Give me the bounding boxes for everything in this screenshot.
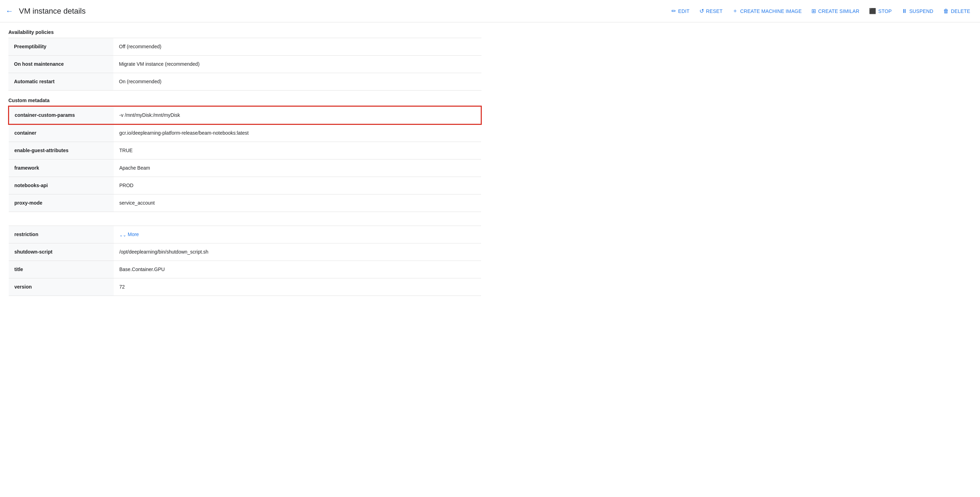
chevron-down-icon: ⌄⌄ [119,233,126,237]
table-row: PreemptibilityOff (recommended) [8,38,481,56]
toolbar-actions: ✏EDIT↺RESET＋CREATE MACHINE IMAGE⊞CREATE … [667,5,974,17]
row-value: Apache Beam [114,159,481,177]
create-machine-image-icon: ＋ [732,7,738,15]
edit-button[interactable]: ✏EDIT [667,5,694,17]
suspend-label: SUSPEND [909,8,934,14]
table-row: On host maintenanceMigrate VM instance (… [8,56,481,73]
back-button[interactable]: ← [6,6,13,16]
more-link[interactable]: ⌄⌄More [119,231,476,238]
delete-button[interactable]: 🗑DELETE [939,5,974,17]
row-value: Base.Container.GPU [114,261,481,278]
table-availability-policies: PreemptibilityOff (recommended)On host m… [8,38,481,91]
row-value: 72 [114,278,481,296]
table-row: frameworkApache Beam [9,159,481,177]
row-key: version [9,278,114,296]
section-label-custom-metadata: Custom metadata [8,91,481,106]
row-value: service_account [114,194,481,212]
row-value: -v /mnt/myDisk:/mnt/myDisk [114,106,481,124]
toolbar: ← VM instance details ✏EDIT↺RESET＋CREATE… [0,0,980,22]
reset-icon: ↺ [699,8,704,14]
delete-label: DELETE [951,8,970,14]
reset-label: RESET [706,8,722,14]
more-label: More [128,231,139,238]
table-row: proxy-modeservice_account [9,194,481,212]
table-row: container-custom-params-v /mnt/myDisk:/m… [9,106,481,124]
row-key: enable-guest-attributes [9,142,114,159]
table-row: Automatic restartOn (recommended) [8,73,481,91]
main-content: Availability policiesPreemptibilityOff (… [0,22,490,310]
row-value: /opt/deeplearning/bin/shutdown_script.sh [114,243,481,261]
back-icon: ← [6,6,13,16]
row-key: Automatic restart [8,73,113,91]
table-row: titleBase.Container.GPU [9,261,481,278]
table-row: shutdown-script/opt/deeplearning/bin/shu… [9,243,481,261]
table-row: version72 [9,278,481,296]
create-similar-icon: ⊞ [811,8,816,14]
reset-button[interactable]: ↺RESET [695,5,727,17]
create-similar-label: CREATE SIMILAR [818,8,860,14]
row-value: TRUE [114,142,481,159]
edit-label: EDIT [678,8,689,14]
table-row: containergcr.io/deeplearning-platform-re… [9,124,481,142]
row-value: Off (recommended) [113,38,481,56]
delete-icon: 🗑 [943,8,949,14]
row-value: Migrate VM instance (recommended) [113,56,481,73]
stop-label: STOP [878,8,891,14]
row-key: container [9,124,114,142]
row-key: On host maintenance [8,56,113,73]
section-label-availability-policies: Availability policies [8,22,481,38]
row-value: PROD [114,177,481,194]
row-key: Preemptibility [8,38,113,56]
row-key: notebooks-api [9,177,114,194]
table-custom-metadata: container-custom-params-v /mnt/myDisk:/m… [8,106,481,296]
suspend-icon: ⏸ [902,8,907,14]
row-key: title [9,261,114,278]
row-value: On (recommended) [113,73,481,91]
stop-icon: ⬛ [869,8,876,14]
table-row: restriction⌄⌄More [9,226,481,243]
edit-icon: ✏ [671,8,676,14]
row-key: proxy-mode [9,194,114,212]
create-machine-image-button[interactable]: ＋CREATE MACHINE IMAGE [728,5,806,17]
row-value: gcr.io/deeplearning-platform-release/bea… [114,124,481,142]
create-machine-image-label: CREATE MACHINE IMAGE [740,8,802,14]
row-value[interactable]: ⌄⌄More [114,226,481,243]
table-row: notebooks-apiPROD [9,177,481,194]
row-key: container-custom-params [9,106,114,124]
table-row: enable-guest-attributesTRUE [9,142,481,159]
suspend-button[interactable]: ⏸SUSPEND [897,5,938,17]
create-similar-button[interactable]: ⊞CREATE SIMILAR [807,5,864,17]
spacer-row [9,212,481,226]
page-title: VM instance details [19,6,664,16]
row-key: framework [9,159,114,177]
row-key: shutdown-script [9,243,114,261]
stop-button[interactable]: ⬛STOP [865,5,896,17]
row-key: restriction [9,226,114,243]
